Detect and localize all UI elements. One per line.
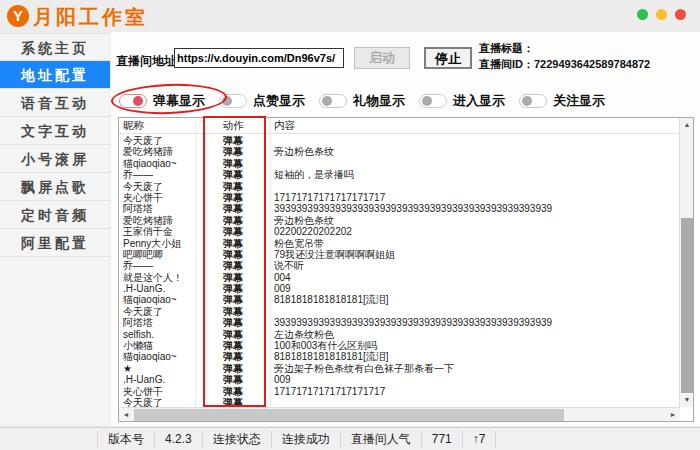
toggle-group: 进入显示 — [419, 88, 519, 114]
sidebar: 系统主页地址配置语音互动文字互动小号滚屏飘屏点歌定时音频阿里配置 — [0, 33, 110, 425]
scroll-left-icon[interactable]: ◄ — [119, 408, 133, 422]
cell-nickname: 今天废了 — [119, 135, 196, 146]
start-button[interactable]: 启动 — [354, 47, 410, 69]
sidebar-item[interactable]: 阿里配置 — [0, 229, 110, 257]
table-row[interactable]: 就是这个人！弹幕004 — [119, 272, 679, 283]
table-row[interactable]: 爱吃烤猪蹄弹幕旁边粉色条纹 — [119, 146, 679, 157]
cell-action: 弹幕 — [196, 329, 271, 340]
sidebar-item[interactable]: 文字互动 — [0, 117, 110, 145]
vertical-scroll-thumb[interactable] — [681, 218, 693, 393]
cell-action: 弹幕 — [196, 340, 271, 351]
sidebar-item[interactable]: 飘屏点歌 — [0, 173, 110, 201]
cell-nickname: 今天废了 — [119, 306, 196, 317]
cell-nickname: 王家俏千金 — [119, 226, 196, 237]
toggle-group: 点赞显示 — [219, 88, 319, 114]
window-yellow-dot-icon[interactable] — [656, 9, 667, 20]
cell-action: 弹幕 — [196, 192, 271, 203]
cell-nickname: 乔—— — [119, 260, 196, 271]
cell-action: 弹幕 — [196, 260, 271, 271]
cell-content: 3939393939393939393939393939393939393939… — [271, 203, 679, 214]
table-row[interactable]: 猫qiaoqiao~弹幕8181818181818181[流泪] — [119, 351, 679, 362]
toggle-knob-icon — [522, 96, 532, 106]
table-row[interactable]: 爱吃烤猪蹄弹幕旁边粉色条纹 — [119, 215, 679, 226]
cell-content: 3939393939393939393939393939393939393939… — [271, 317, 679, 328]
table-row[interactable]: 阿塔塔弹幕39393939393939393939393939393939393… — [119, 203, 679, 214]
title-bar: Y 月阳工作室 — [0, 0, 700, 32]
app-logo-icon: Y — [7, 5, 29, 27]
table-row[interactable]: 今天废了弹幕 — [119, 135, 679, 146]
sidebar-item[interactable]: 小号滚屏 — [0, 145, 110, 173]
toggle-switch[interactable] — [519, 94, 547, 108]
toggle-group: 礼物显示 — [319, 88, 419, 114]
cell-nickname: 爱吃烤猪蹄 — [119, 146, 196, 157]
live-info: 直播标题： 直播间ID：7229493642589784872 — [479, 40, 650, 72]
table-row[interactable]: 夹心饼干弹幕17171717171717171717 — [119, 192, 679, 203]
cell-action: 弹幕 — [196, 386, 271, 397]
sidebar-item[interactable]: 系统主页 — [0, 33, 110, 61]
toggle-label: 弹幕显示 — [153, 92, 205, 110]
vertical-scrollbar[interactable]: ▲ ▼ — [679, 118, 693, 407]
cell-nickname: 阿塔塔 — [119, 203, 196, 214]
sidebar-item[interactable]: 语音互动 — [0, 89, 110, 117]
window-red-dot-icon[interactable] — [675, 9, 686, 20]
cell-action: 弹幕 — [196, 249, 271, 260]
room-id-line: 直播间ID：7229493642589784872 — [479, 56, 650, 72]
toggle-switch[interactable] — [219, 94, 247, 108]
version-label: 版本号 — [98, 431, 155, 448]
table-row[interactable]: 猫qiaoqiao~弹幕 — [119, 158, 679, 169]
sidebar-item[interactable]: 定时音频 — [0, 201, 110, 229]
cell-content — [271, 306, 679, 317]
toggle-switch[interactable] — [119, 94, 147, 108]
scroll-right-icon[interactable]: ► — [666, 408, 680, 422]
column-header-nickname[interactable]: 昵称 — [119, 118, 196, 133]
table-row[interactable]: .H-UanG.弹幕009 — [119, 374, 679, 385]
toggle-label: 关注显示 — [553, 92, 605, 110]
toggle-switch[interactable] — [319, 94, 347, 108]
scroll-up-icon[interactable]: ▲ — [680, 118, 694, 132]
column-header-action[interactable]: 动作 — [196, 118, 271, 133]
table-row[interactable]: 乔——弹幕短袖的，是录播吗 — [119, 169, 679, 180]
popularity-label: 直播间人气 — [341, 431, 422, 448]
table-row[interactable]: 乔——弹幕说不听 — [119, 260, 679, 271]
cell-content: 旁边架子粉色条纹有白色袜子那条看一下 — [271, 363, 679, 374]
table-row[interactable]: ★弹幕旁边架子粉色条纹有白色袜子那条看一下 — [119, 363, 679, 374]
table-row[interactable]: selfish.弹幕左边条纹粉色 — [119, 329, 679, 340]
cell-nickname: 小懒猫 — [119, 340, 196, 351]
table-row[interactable]: 今天废了弹幕 — [119, 181, 679, 192]
window-green-dot-icon[interactable] — [637, 9, 648, 20]
window-controls — [637, 9, 686, 20]
table-row[interactable]: 今天废了弹幕 — [119, 306, 679, 317]
cell-content: 旁边粉色条纹 — [271, 146, 679, 157]
connection-status-value: 连接成功 — [272, 431, 341, 448]
room-id-label: 直播间ID： — [479, 58, 534, 70]
room-id-value: 7229493642589784872 — [534, 58, 650, 70]
scroll-down-icon[interactable]: ▼ — [680, 393, 694, 407]
address-input[interactable] — [174, 48, 344, 68]
cell-content — [271, 135, 679, 146]
address-label: 直播间地址 — [116, 53, 176, 70]
cell-nickname: 猫qiaoqiao~ — [119, 351, 196, 362]
table-row[interactable]: 猫qiaoqiao~弹幕8181818181818181[流泪] — [119, 294, 679, 305]
toggle-group: 关注显示 — [519, 88, 619, 114]
toggle-label: 进入显示 — [453, 92, 505, 110]
table-row[interactable]: 王家俏千金弹幕02200220202202 — [119, 226, 679, 237]
stop-button[interactable]: 停止 — [424, 47, 472, 69]
live-title-label: 直播标题： — [479, 42, 534, 54]
table-row[interactable]: 夹心饼干弹幕17171717171717171717 — [119, 386, 679, 397]
cell-action: 弹幕 — [196, 203, 271, 214]
table-row[interactable]: 吧唧吧唧弹幕79我还没注意啊啊啊啊姐姐 — [119, 249, 679, 260]
horizontal-scrollbar[interactable]: ◄ ► — [119, 407, 680, 421]
cell-nickname: 就是这个人！ — [119, 272, 196, 283]
table-row[interactable]: 小懒猫弹幕100和003有什么区别吗 — [119, 340, 679, 351]
column-header-content[interactable]: 内容 — [271, 118, 693, 133]
connection-status-label: 连接状态 — [203, 431, 272, 448]
table-row[interactable]: Penny大小姐弹幕粉色宽吊带 — [119, 238, 679, 249]
table-row[interactable]: 阿塔塔弹幕39393939393939393939393939393939393… — [119, 317, 679, 328]
toggle-group: 弹幕显示 — [119, 88, 219, 114]
toggle-switch[interactable] — [419, 94, 447, 108]
statusbar-spacer — [0, 431, 98, 448]
toggle-knob-icon — [422, 96, 432, 106]
table-row[interactable]: .H-UanG.弹幕009 — [119, 283, 679, 294]
horizontal-scroll-thumb[interactable] — [134, 409, 564, 421]
sidebar-item[interactable]: 地址配置 — [0, 61, 110, 89]
